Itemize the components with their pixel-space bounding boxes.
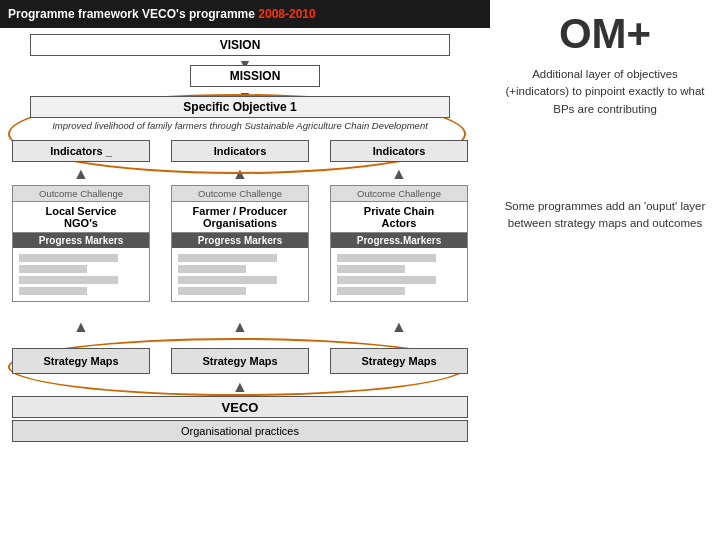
arrows-row-2: ▲ ▲ ▲ [12,318,468,336]
progress-bar-3: Progress.Markers [331,232,467,248]
header-text-part: Programme framework VECO's programme [8,7,258,21]
strategy-label-1: Strategy Maps [43,355,118,367]
outcome-title-1: Local ServiceNGO's [13,202,149,232]
arrow-6: ▲ [330,318,468,336]
vision-box: VISION [30,34,450,56]
lines-1 [13,248,149,301]
indicator-label-3: Indicators [373,145,426,157]
indicators-row: Indicators _ Indicators Indicators [12,140,468,162]
diagram: Programme framework VECO's programme 200… [0,0,490,540]
org-practices-label: Organisational practices [181,425,299,437]
indicator-box-1: Indicators _ [12,140,150,162]
progress-bar-2: Progress Markers [172,232,308,248]
lines-3 [331,248,467,301]
strategy-box-3: Strategy Maps [330,348,468,374]
outcome-title-2: Farmer / ProducerOrganisations [172,202,308,232]
outcome-col-1: Outcome Challenge Local ServiceNGO's Pro… [12,185,150,302]
outcome-boxes-row: Outcome Challenge Local ServiceNGO's Pro… [12,185,468,302]
outcome-header-3: Outcome Challenge [331,186,467,202]
strategy-label-2: Strategy Maps [202,355,277,367]
indicator-box-2: Indicators [171,140,309,162]
outcome-header-1: Outcome Challenge [13,186,149,202]
arrow-5: ▲ [171,318,309,336]
header-title: Programme framework VECO's programme 200… [8,7,316,21]
progress-bar-1: Progress Markers [13,232,149,248]
veco-label: VECO [222,400,259,415]
improved-text: Improved livelihood of family farmers th… [30,120,450,131]
lines-2 [172,248,308,301]
strategy-box-1: Strategy Maps [12,348,150,374]
outcome-col-2: Outcome Challenge Farmer / ProducerOrgan… [171,185,309,302]
mission-box: MISSION [190,65,320,87]
arrow-4: ▲ [12,318,150,336]
strategy-box-2: Strategy Maps [171,348,309,374]
strategy-label-3: Strategy Maps [361,355,436,367]
header-year: 2008-2010 [258,7,315,21]
outcome-col-3: Outcome Challenge Private ChainActors Pr… [330,185,468,302]
specific-objective-box: Specific Objective 1 [30,96,450,118]
vision-label: VISION [220,38,261,52]
org-practices-box: Organisational practices [12,420,468,442]
om-title: OM+ [502,10,708,58]
improved-text-label: Improved livelihood of family farmers th… [52,120,428,131]
indicator-box-3: Indicators [330,140,468,162]
mission-label: MISSION [230,69,281,83]
outcome-title-3: Private ChainActors [331,202,467,232]
some-programmes-text: Some programmes add an 'ouput' layer bet… [502,198,708,233]
veco-box: VECO [12,396,468,418]
header-bar: Programme framework VECO's programme 200… [0,0,490,28]
additional-text: Additional layer of objectives (+indicat… [502,66,708,118]
outcome-header-2: Outcome Challenge [172,186,308,202]
strategy-maps-row: Strategy Maps Strategy Maps Strategy Map… [12,348,468,374]
indicator-label-2: Indicators [214,145,267,157]
right-panel: OM+ Additional layer of objectives (+ind… [490,0,720,540]
bottom-section: VECO Organisational practices [12,396,468,442]
indicator-label-1: Indicators _ [50,145,112,157]
specific-objective-label: Specific Objective 1 [183,100,296,114]
